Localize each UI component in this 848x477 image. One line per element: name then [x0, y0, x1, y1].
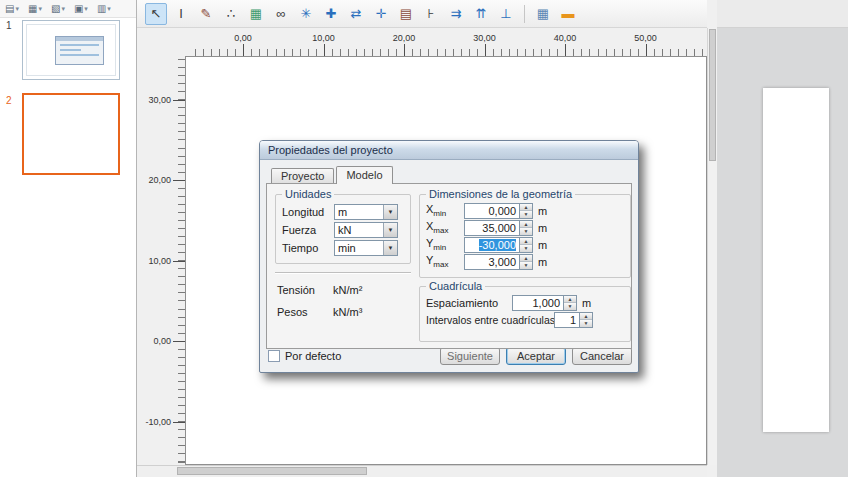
- combo-arrow-icon[interactable]: ▼: [383, 241, 397, 255]
- pesos-label: Pesos: [277, 306, 333, 318]
- spinner-down-icon[interactable]: ▼: [520, 262, 532, 269]
- espaciamiento-label: Espaciamiento: [426, 297, 512, 309]
- tension-label: Tensión: [277, 284, 333, 296]
- spinner-up-icon[interactable]: ▲: [520, 255, 532, 263]
- objects-menu-button[interactable]: ▣ ▾: [74, 3, 88, 14]
- axes-tool-icon[interactable]: ✚: [320, 3, 342, 25]
- h-ruler-label: 0,00: [234, 33, 252, 43]
- snap-tool-icon[interactable]: ✳: [295, 3, 317, 25]
- display-menu-button[interactable]: ▥ ▾: [97, 3, 111, 14]
- y-min-spinner[interactable]: ▲▼: [520, 237, 533, 253]
- spinner-up-icon[interactable]: ▲: [520, 204, 532, 212]
- unit-row-fuerza: Fuerza kN ▼: [276, 221, 410, 239]
- intervalos-input[interactable]: 1: [554, 312, 580, 328]
- table-tool-icon[interactable]: ▦: [245, 3, 267, 25]
- page-thumbnail-1[interactable]: [22, 20, 120, 80]
- move-tool-icon[interactable]: ✛: [370, 3, 392, 25]
- vectors-tool-icon[interactable]: ⇉: [445, 3, 467, 25]
- tab-modelo[interactable]: Modelo: [336, 166, 392, 184]
- y-max-unit: m: [538, 256, 547, 268]
- fuerza-select[interactable]: kN ▼: [334, 222, 398, 238]
- pages-sidebar: ▤ ▾ ▦ ▾ ▧ ▾ ▣ ▾ ▥ ▾ 1 2: [0, 0, 137, 477]
- group-title-dimensiones: Dimensiones de la geometría: [426, 188, 575, 200]
- loads-tool-icon[interactable]: ⇈: [470, 3, 492, 25]
- right-panel-header: [717, 0, 848, 28]
- swap-arrows-icon[interactable]: ⇄: [345, 3, 367, 25]
- project-properties-dialog: Propiedades del proyecto Proyecto Modelo…: [259, 140, 639, 373]
- horizontal-ruler: 0,00 10,00 20,00 30,00 40,00 50,00: [185, 28, 707, 56]
- v-ruler-tick: [173, 180, 185, 181]
- text-tool-icon[interactable]: I: [170, 3, 192, 25]
- espaciamiento-spinner[interactable]: ▲▼: [564, 295, 577, 311]
- group-title-cuadricula: Cuadrícula: [426, 280, 485, 292]
- layers-menu-button[interactable]: ▦ ▾: [28, 3, 42, 14]
- layers-menu-icon: ▦: [28, 3, 37, 14]
- y-min-input[interactable]: -30,000: [464, 237, 520, 253]
- main-toolbar: ↖ I ✎ ∴ ▦ ∞ ✳ ✚ ⇄ ✛ ▤ ⊦ ⇉ ⇈ ⊥ ▦ ▬: [137, 0, 707, 28]
- espaciamiento-input[interactable]: 1,000: [512, 295, 564, 311]
- spinner-down-icon[interactable]: ▼: [520, 245, 532, 252]
- pencil-tool-icon[interactable]: ✎: [195, 3, 217, 25]
- spinner-up-icon[interactable]: ▲: [520, 238, 532, 246]
- spinner-down-icon[interactable]: ▼: [520, 211, 532, 218]
- spinner-down-icon[interactable]: ▼: [520, 228, 532, 235]
- por-defecto-label: Por defecto: [285, 350, 341, 362]
- spinner-up-icon[interactable]: ▲: [564, 296, 576, 304]
- vertical-scrollbar[interactable]: [707, 28, 717, 465]
- vertical-scrollbar-thumb[interactable]: [709, 29, 716, 161]
- pages-menu-button[interactable]: ▤ ▾: [5, 3, 19, 14]
- spinner-up-icon[interactable]: ▲: [580, 313, 592, 321]
- cancelar-button[interactable]: Cancelar: [572, 347, 632, 365]
- group-title-unidades: Unidades: [282, 188, 334, 200]
- select-tool-icon[interactable]: ↖: [145, 3, 167, 25]
- chevron-down-icon: ▾: [107, 5, 111, 13]
- highlight-tool-icon[interactable]: ▬: [557, 3, 579, 25]
- chevron-down-icon: ▾: [15, 5, 19, 13]
- page-thumbnail-2-selected[interactable]: [22, 93, 120, 175]
- x-min-spinner[interactable]: ▲▼: [520, 203, 533, 219]
- horizontal-scrollbar-thumb[interactable]: [177, 467, 367, 475]
- v-ruler-ticks: [178, 59, 185, 465]
- horizontal-scrollbar[interactable]: [137, 465, 707, 477]
- views-menu-button[interactable]: ▧ ▾: [51, 3, 65, 14]
- siguiente-button[interactable]: Siguiente: [440, 347, 500, 365]
- tiempo-select[interactable]: min ▼: [334, 240, 398, 256]
- x-min-input[interactable]: 0,000: [464, 203, 520, 219]
- grid-table-icon[interactable]: ▦: [532, 3, 554, 25]
- spinner-down-icon[interactable]: ▼: [580, 320, 592, 327]
- longitud-select[interactable]: m ▼: [334, 204, 398, 220]
- spinner-down-icon[interactable]: ▼: [564, 303, 576, 310]
- aceptar-button[interactable]: Aceptar: [506, 347, 566, 365]
- points-tool-icon[interactable]: ∴: [220, 3, 242, 25]
- tab-proyecto[interactable]: Proyecto: [271, 168, 334, 183]
- v-ruler-tick: [173, 100, 185, 101]
- y-max-spinner[interactable]: ▲▼: [520, 254, 533, 270]
- link-tool-icon[interactable]: ∞: [270, 3, 292, 25]
- page1-preview-line: [60, 44, 99, 46]
- pesos-row: Pesos kN/m³: [275, 306, 411, 318]
- materials-tool-icon[interactable]: ▤: [395, 3, 417, 25]
- y-max-input[interactable]: 3,000: [464, 254, 520, 270]
- y-max-label: Ymax: [426, 254, 464, 269]
- intervalos-label: Intervalos entre cuadrículas: [426, 314, 554, 326]
- chevron-down-icon: ▾: [38, 5, 42, 13]
- x-max-input[interactable]: 35,000: [464, 220, 520, 236]
- dialog-title: Propiedades del proyecto: [268, 144, 393, 156]
- combo-arrow-icon[interactable]: ▼: [383, 223, 397, 237]
- group-unidades: Unidades Longitud m ▼ Fuerza kN ▼ Tiempo…: [275, 194, 411, 264]
- intervalos-spinner[interactable]: ▲▼: [580, 312, 593, 328]
- page-number-1: 1: [6, 20, 12, 31]
- combo-arrow-icon[interactable]: ▼: [383, 205, 397, 219]
- por-defecto-checkbox[interactable]: [268, 350, 280, 362]
- h-ruler-label: 10,00: [312, 33, 335, 43]
- support-tool-icon[interactable]: ⊥: [495, 3, 517, 25]
- page1-preview-titlebar: [56, 37, 103, 41]
- unit-row-tiempo: Tiempo min ▼: [276, 239, 410, 257]
- spinner-up-icon[interactable]: ▲: [520, 221, 532, 229]
- section-tool-icon[interactable]: ⊦: [420, 3, 442, 25]
- dialog-titlebar[interactable]: Propiedades del proyecto: [260, 141, 638, 160]
- h-ruler-tick: [243, 44, 244, 56]
- x-max-spinner[interactable]: ▲▼: [520, 220, 533, 236]
- h-ruler-ticks: [195, 49, 707, 56]
- page1-preview: [26, 24, 116, 76]
